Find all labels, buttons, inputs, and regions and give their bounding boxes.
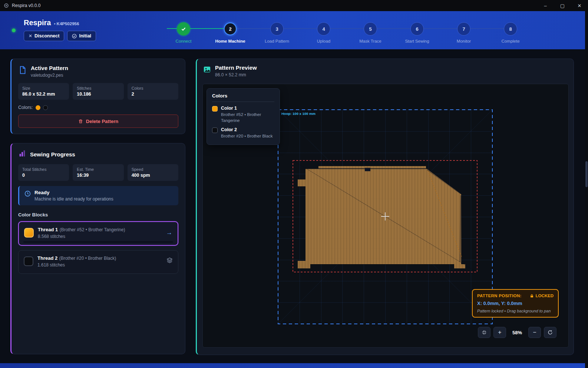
step-home-machine[interactable]: 2 Home Machine xyxy=(207,22,254,43)
status-title: Ready xyxy=(34,190,113,195)
stat-speed: Speed 400 spm xyxy=(128,164,178,181)
active-pattern-title: Active Pattern xyxy=(31,65,68,71)
machine-status-banner: Ready Machine is idle and ready for oper… xyxy=(18,186,178,205)
x-icon: ✕ xyxy=(29,33,32,39)
bar-chart-icon xyxy=(18,149,26,159)
status-desc: Machine is idle and ready for operations xyxy=(34,196,113,202)
zoom-level: 58% xyxy=(509,330,525,335)
app-header: Respira • K4P502956 ✕ Disconnect Initial… xyxy=(0,11,588,49)
zoom-reset-button[interactable] xyxy=(544,327,556,338)
zoom-out-button[interactable]: − xyxy=(528,327,541,338)
window-titlebar: Respira v0.0.0 – ▢ ✕ xyxy=(0,0,588,11)
thread-1-swatch xyxy=(24,228,34,238)
stat-stitches: Stitches 10.186 xyxy=(73,83,123,100)
app-brand: Respira xyxy=(24,19,51,27)
workflow-stepper: Connect 2 Home Machine 3 Load Pattern 4 … xyxy=(160,22,534,43)
thread-2-swatch xyxy=(24,256,33,266)
preview-dimensions: 86.0 × 52.2 mm xyxy=(215,72,257,77)
color-swatch-1 xyxy=(36,105,40,110)
thread-row-2[interactable]: Thread 2 (Brother #20 • Brother Black) 1… xyxy=(18,250,178,274)
preview-canvas[interactable]: Hoop: 100 x 100 mm Colors Color 1 Brothe… xyxy=(202,84,569,348)
step-mask-trace[interactable]: 5 Mask Trace xyxy=(347,22,394,43)
trash-icon xyxy=(78,119,83,124)
pattern-position-panel: PATTERN POSITION: LOCKED X: 0.0mm, Y: 0.… xyxy=(472,289,559,318)
color-swatch-2 xyxy=(43,105,48,110)
minimize-button[interactable]: – xyxy=(537,0,554,11)
clock-icon xyxy=(24,190,31,198)
step-check-icon xyxy=(177,22,190,36)
pattern-filename: valetudogv2.pes xyxy=(31,73,68,78)
zoom-fit-button[interactable] xyxy=(478,327,490,338)
close-button[interactable]: ✕ xyxy=(571,0,588,11)
image-icon xyxy=(203,65,211,75)
initial-button[interactable]: Initial xyxy=(67,31,96,41)
lock-icon xyxy=(530,294,534,298)
step-upload[interactable]: 4 Upload xyxy=(300,22,347,43)
stat-size: Size 86.0 x 52.2 mm xyxy=(18,83,69,100)
step-complete[interactable]: 8 Complete xyxy=(487,22,534,43)
locked-badge: LOCKED xyxy=(535,294,554,298)
legend-swatch-1 xyxy=(212,106,218,112)
next-section-strip xyxy=(0,363,588,368)
step-connect[interactable]: Connect xyxy=(160,22,207,43)
scrollbar-thumb[interactable] xyxy=(585,161,588,187)
delete-pattern-button[interactable]: Delete Pattern xyxy=(18,115,178,128)
zoom-controls: + 58% − xyxy=(478,327,556,338)
pattern-preview-card: Pattern Preview 86.0 × 52.2 mm xyxy=(196,59,574,355)
pattern-lock-hint: Pattern locked • Drag background to pan xyxy=(477,309,554,313)
app-icon xyxy=(4,3,9,8)
stat-est-time: Est. Time 16:39 xyxy=(73,164,123,181)
sewing-progress-title: Sewing Progress xyxy=(30,151,75,158)
color-blocks-label: Color Blocks xyxy=(18,212,178,218)
legend-entry-2: Color 2 Brother #20 • Brother Black xyxy=(212,127,274,139)
stat-colors: Colors 2 xyxy=(128,83,178,100)
pattern-position-label: PATTERN POSITION: xyxy=(477,294,522,298)
sewing-progress-card: Sewing Progress Total Stitches 0 Est. Ti… xyxy=(10,143,185,354)
window-title: Respira v0.0.0 xyxy=(12,3,40,8)
hoop-size-label: Hoop: 100 x 100 mm xyxy=(281,112,316,116)
active-pattern-card: Active Pattern valetudogv2.pes Size 86.0… xyxy=(10,59,185,134)
legend-entry-1: Color 1 Brother #52 • Brother Tangerine xyxy=(212,106,274,123)
step-load-pattern[interactable]: 3 Load Pattern xyxy=(254,22,300,43)
arrow-right-icon: → xyxy=(166,229,172,236)
window-scrollbar[interactable] xyxy=(585,11,588,368)
colors-legend: Colors Color 1 Brother #52 • Brother Tan… xyxy=(207,88,280,145)
step-start-sewing[interactable]: 6 Start Sewing xyxy=(394,22,440,43)
stat-total-stitches: Total Stitches 0 xyxy=(18,164,69,181)
check-circle-icon xyxy=(72,34,77,39)
zoom-in-button[interactable]: + xyxy=(493,327,506,338)
preview-title: Pattern Preview xyxy=(215,64,257,71)
hoop-grid xyxy=(278,110,492,324)
thread-1-progressbar xyxy=(23,241,173,243)
connection-status-dot xyxy=(12,29,16,32)
disconnect-button[interactable]: ✕ Disconnect xyxy=(24,31,64,41)
maximize-button[interactable]: ▢ xyxy=(554,0,571,11)
step-monitor[interactable]: 7 Monitor xyxy=(440,22,487,43)
layers-icon xyxy=(166,257,173,265)
legend-title: Colors xyxy=(212,93,274,102)
colors-label: Colors: xyxy=(18,105,33,110)
file-icon xyxy=(18,66,27,76)
thread-row-1[interactable]: Thread 1 (Brother #52 • Brother Tangerin… xyxy=(18,221,178,246)
machine-serial: • K4P502956 xyxy=(54,21,79,26)
pattern-coordinates: X: 0.0mm, Y: 0.0mm xyxy=(477,301,554,306)
legend-swatch-2 xyxy=(212,127,218,133)
